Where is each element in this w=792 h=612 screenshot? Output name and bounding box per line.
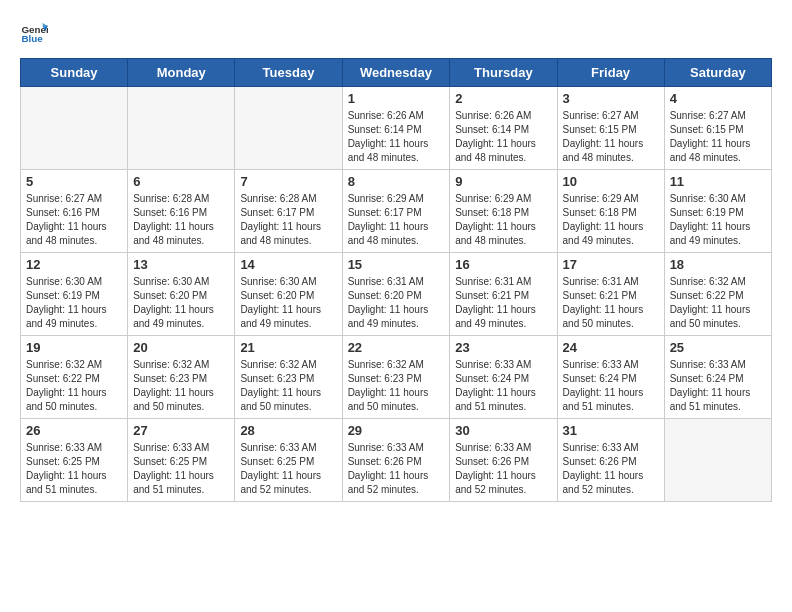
calendar-cell (664, 419, 771, 502)
day-number: 5 (26, 174, 122, 189)
day-info: Sunrise: 6:29 AMSunset: 6:18 PMDaylight:… (563, 192, 659, 248)
day-number: 25 (670, 340, 766, 355)
calendar-cell: 20Sunrise: 6:32 AMSunset: 6:23 PMDayligh… (128, 336, 235, 419)
day-number: 28 (240, 423, 336, 438)
logo: General Blue (20, 20, 48, 48)
day-info: Sunrise: 6:33 AMSunset: 6:24 PMDaylight:… (563, 358, 659, 414)
day-number: 16 (455, 257, 551, 272)
week-row-3: 12Sunrise: 6:30 AMSunset: 6:19 PMDayligh… (21, 253, 772, 336)
calendar-cell: 31Sunrise: 6:33 AMSunset: 6:26 PMDayligh… (557, 419, 664, 502)
calendar-cell: 30Sunrise: 6:33 AMSunset: 6:26 PMDayligh… (450, 419, 557, 502)
calendar-cell: 8Sunrise: 6:29 AMSunset: 6:17 PMDaylight… (342, 170, 450, 253)
calendar-cell: 10Sunrise: 6:29 AMSunset: 6:18 PMDayligh… (557, 170, 664, 253)
calendar-cell: 11Sunrise: 6:30 AMSunset: 6:19 PMDayligh… (664, 170, 771, 253)
day-number: 10 (563, 174, 659, 189)
calendar-cell: 27Sunrise: 6:33 AMSunset: 6:25 PMDayligh… (128, 419, 235, 502)
day-number: 29 (348, 423, 445, 438)
calendar-cell (21, 87, 128, 170)
calendar-cell: 3Sunrise: 6:27 AMSunset: 6:15 PMDaylight… (557, 87, 664, 170)
calendar-cell: 19Sunrise: 6:32 AMSunset: 6:22 PMDayligh… (21, 336, 128, 419)
calendar-cell: 18Sunrise: 6:32 AMSunset: 6:22 PMDayligh… (664, 253, 771, 336)
day-info: Sunrise: 6:32 AMSunset: 6:23 PMDaylight:… (240, 358, 336, 414)
day-number: 14 (240, 257, 336, 272)
day-info: Sunrise: 6:32 AMSunset: 6:22 PMDaylight:… (26, 358, 122, 414)
day-info: Sunrise: 6:27 AMSunset: 6:15 PMDaylight:… (563, 109, 659, 165)
calendar-cell (235, 87, 342, 170)
day-number: 27 (133, 423, 229, 438)
day-info: Sunrise: 6:32 AMSunset: 6:22 PMDaylight:… (670, 275, 766, 331)
day-info: Sunrise: 6:33 AMSunset: 6:24 PMDaylight:… (670, 358, 766, 414)
calendar-cell: 21Sunrise: 6:32 AMSunset: 6:23 PMDayligh… (235, 336, 342, 419)
day-info: Sunrise: 6:33 AMSunset: 6:25 PMDaylight:… (240, 441, 336, 497)
day-info: Sunrise: 6:30 AMSunset: 6:20 PMDaylight:… (133, 275, 229, 331)
day-number: 30 (455, 423, 551, 438)
day-number: 20 (133, 340, 229, 355)
day-number: 4 (670, 91, 766, 106)
day-number: 15 (348, 257, 445, 272)
day-number: 21 (240, 340, 336, 355)
calendar-cell: 22Sunrise: 6:32 AMSunset: 6:23 PMDayligh… (342, 336, 450, 419)
calendar-cell: 2Sunrise: 6:26 AMSunset: 6:14 PMDaylight… (450, 87, 557, 170)
day-info: Sunrise: 6:31 AMSunset: 6:21 PMDaylight:… (455, 275, 551, 331)
calendar-cell: 26Sunrise: 6:33 AMSunset: 6:25 PMDayligh… (21, 419, 128, 502)
calendar-cell: 23Sunrise: 6:33 AMSunset: 6:24 PMDayligh… (450, 336, 557, 419)
day-info: Sunrise: 6:33 AMSunset: 6:26 PMDaylight:… (348, 441, 445, 497)
day-number: 8 (348, 174, 445, 189)
calendar-cell: 7Sunrise: 6:28 AMSunset: 6:17 PMDaylight… (235, 170, 342, 253)
column-header-saturday: Saturday (664, 59, 771, 87)
calendar-cell: 15Sunrise: 6:31 AMSunset: 6:20 PMDayligh… (342, 253, 450, 336)
column-header-wednesday: Wednesday (342, 59, 450, 87)
day-number: 17 (563, 257, 659, 272)
calendar-cell: 25Sunrise: 6:33 AMSunset: 6:24 PMDayligh… (664, 336, 771, 419)
day-info: Sunrise: 6:32 AMSunset: 6:23 PMDaylight:… (133, 358, 229, 414)
column-header-tuesday: Tuesday (235, 59, 342, 87)
calendar-cell: 17Sunrise: 6:31 AMSunset: 6:21 PMDayligh… (557, 253, 664, 336)
day-info: Sunrise: 6:30 AMSunset: 6:20 PMDaylight:… (240, 275, 336, 331)
day-number: 19 (26, 340, 122, 355)
calendar-cell: 14Sunrise: 6:30 AMSunset: 6:20 PMDayligh… (235, 253, 342, 336)
day-info: Sunrise: 6:33 AMSunset: 6:25 PMDaylight:… (26, 441, 122, 497)
day-info: Sunrise: 6:26 AMSunset: 6:14 PMDaylight:… (348, 109, 445, 165)
calendar-cell (128, 87, 235, 170)
day-info: Sunrise: 6:28 AMSunset: 6:16 PMDaylight:… (133, 192, 229, 248)
week-row-1: 1Sunrise: 6:26 AMSunset: 6:14 PMDaylight… (21, 87, 772, 170)
calendar-cell: 4Sunrise: 6:27 AMSunset: 6:15 PMDaylight… (664, 87, 771, 170)
day-info: Sunrise: 6:28 AMSunset: 6:17 PMDaylight:… (240, 192, 336, 248)
day-number: 24 (563, 340, 659, 355)
calendar-cell: 28Sunrise: 6:33 AMSunset: 6:25 PMDayligh… (235, 419, 342, 502)
calendar-cell: 24Sunrise: 6:33 AMSunset: 6:24 PMDayligh… (557, 336, 664, 419)
calendar-table: SundayMondayTuesdayWednesdayThursdayFrid… (20, 58, 772, 502)
week-row-4: 19Sunrise: 6:32 AMSunset: 6:22 PMDayligh… (21, 336, 772, 419)
column-header-sunday: Sunday (21, 59, 128, 87)
day-info: Sunrise: 6:27 AMSunset: 6:15 PMDaylight:… (670, 109, 766, 165)
calendar-cell: 9Sunrise: 6:29 AMSunset: 6:18 PMDaylight… (450, 170, 557, 253)
day-info: Sunrise: 6:33 AMSunset: 6:24 PMDaylight:… (455, 358, 551, 414)
day-info: Sunrise: 6:30 AMSunset: 6:19 PMDaylight:… (670, 192, 766, 248)
day-number: 31 (563, 423, 659, 438)
day-number: 2 (455, 91, 551, 106)
day-info: Sunrise: 6:26 AMSunset: 6:14 PMDaylight:… (455, 109, 551, 165)
day-info: Sunrise: 6:29 AMSunset: 6:18 PMDaylight:… (455, 192, 551, 248)
calendar-cell: 5Sunrise: 6:27 AMSunset: 6:16 PMDaylight… (21, 170, 128, 253)
day-info: Sunrise: 6:31 AMSunset: 6:21 PMDaylight:… (563, 275, 659, 331)
week-row-5: 26Sunrise: 6:33 AMSunset: 6:25 PMDayligh… (21, 419, 772, 502)
calendar-cell: 6Sunrise: 6:28 AMSunset: 6:16 PMDaylight… (128, 170, 235, 253)
day-info: Sunrise: 6:31 AMSunset: 6:20 PMDaylight:… (348, 275, 445, 331)
day-number: 13 (133, 257, 229, 272)
day-number: 3 (563, 91, 659, 106)
day-number: 9 (455, 174, 551, 189)
column-header-thursday: Thursday (450, 59, 557, 87)
column-header-friday: Friday (557, 59, 664, 87)
calendar-cell: 12Sunrise: 6:30 AMSunset: 6:19 PMDayligh… (21, 253, 128, 336)
logo-icon: General Blue (20, 20, 48, 48)
day-number: 23 (455, 340, 551, 355)
day-info: Sunrise: 6:33 AMSunset: 6:25 PMDaylight:… (133, 441, 229, 497)
week-row-2: 5Sunrise: 6:27 AMSunset: 6:16 PMDaylight… (21, 170, 772, 253)
day-number: 1 (348, 91, 445, 106)
day-number: 26 (26, 423, 122, 438)
day-number: 22 (348, 340, 445, 355)
calendar-cell: 29Sunrise: 6:33 AMSunset: 6:26 PMDayligh… (342, 419, 450, 502)
calendar-cell: 1Sunrise: 6:26 AMSunset: 6:14 PMDaylight… (342, 87, 450, 170)
day-info: Sunrise: 6:33 AMSunset: 6:26 PMDaylight:… (563, 441, 659, 497)
calendar-cell: 16Sunrise: 6:31 AMSunset: 6:21 PMDayligh… (450, 253, 557, 336)
